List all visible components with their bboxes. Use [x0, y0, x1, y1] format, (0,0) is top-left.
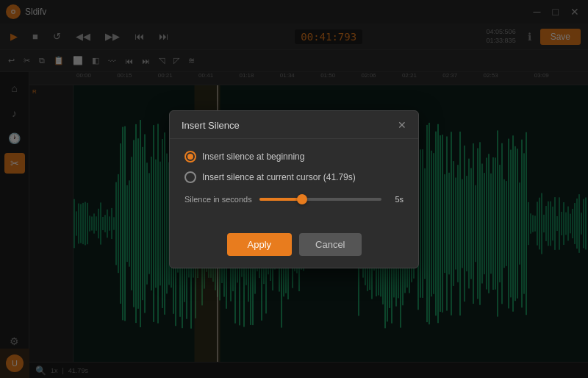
slider-row: Silence in seconds 5s	[184, 195, 404, 204]
radio-option-cursor[interactable]: Insert silence at current cursor (41.79s…	[184, 171, 404, 183]
apply-button[interactable]: Apply	[227, 233, 293, 256]
dialog-header: Insert Silence ✕	[170, 111, 418, 139]
insert-silence-dialog: Insert Silence ✕ Insert silence at begin…	[169, 110, 419, 268]
radio-beginning-label: Insert silence at beginning	[202, 151, 304, 162]
slider-value: 5s	[389, 195, 404, 204]
slider-label: Silence in seconds	[184, 195, 252, 204]
radio-cursor-label: Insert silence at current cursor (41.79s…	[202, 172, 356, 182]
cancel-button[interactable]: Cancel	[299, 233, 361, 256]
dialog-body: Insert silence at beginning Insert silen…	[170, 139, 418, 230]
radio-cursor[interactable]	[184, 171, 196, 183]
modal-overlay: Insert Silence ✕ Insert silence at begin…	[0, 0, 588, 378]
radio-beginning[interactable]	[184, 151, 196, 163]
dialog-actions: Apply Cancel	[170, 230, 418, 268]
slider-thumb[interactable]	[297, 194, 307, 204]
silence-slider[interactable]	[259, 198, 381, 201]
radio-option-beginning[interactable]: Insert silence at beginning	[184, 151, 404, 163]
slider-fill	[259, 198, 302, 201]
dialog-close-button[interactable]: ✕	[398, 120, 406, 130]
dialog-title: Insert Silence	[182, 120, 240, 131]
